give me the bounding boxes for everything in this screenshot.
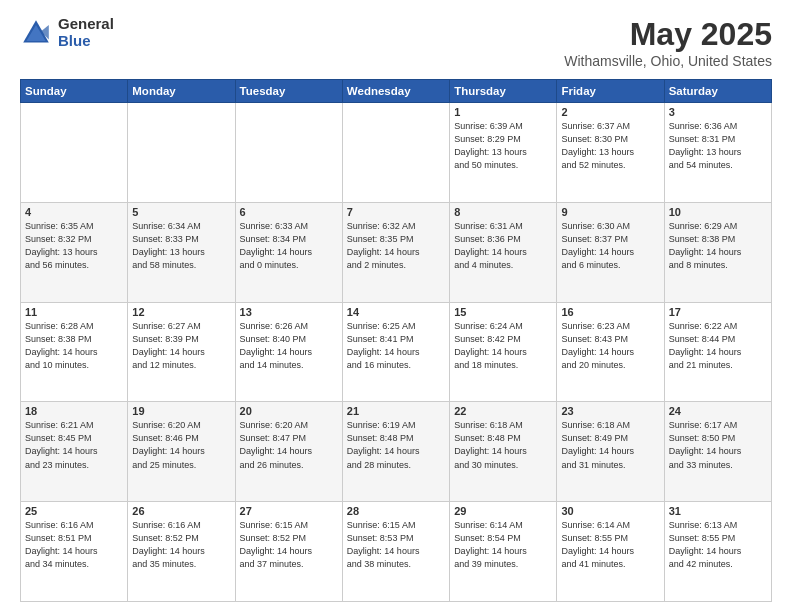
location: Withamsville, Ohio, United States [564, 53, 772, 69]
day-info: Sunrise: 6:33 AM Sunset: 8:34 PM Dayligh… [240, 220, 338, 272]
day-number: 13 [240, 306, 338, 318]
table-row: 30Sunrise: 6:14 AM Sunset: 8:55 PM Dayli… [557, 502, 664, 602]
day-number: 4 [25, 206, 123, 218]
calendar-header-row: Sunday Monday Tuesday Wednesday Thursday… [21, 80, 772, 103]
day-info: Sunrise: 6:25 AM Sunset: 8:41 PM Dayligh… [347, 320, 445, 372]
table-row [342, 103, 449, 203]
table-row: 6Sunrise: 6:33 AM Sunset: 8:34 PM Daylig… [235, 202, 342, 302]
day-info: Sunrise: 6:19 AM Sunset: 8:48 PM Dayligh… [347, 419, 445, 471]
table-row [235, 103, 342, 203]
day-number: 15 [454, 306, 552, 318]
table-row: 17Sunrise: 6:22 AM Sunset: 8:44 PM Dayli… [664, 302, 771, 402]
calendar-row-1: 1Sunrise: 6:39 AM Sunset: 8:29 PM Daylig… [21, 103, 772, 203]
calendar-table: Sunday Monday Tuesday Wednesday Thursday… [20, 79, 772, 602]
day-number: 6 [240, 206, 338, 218]
day-info: Sunrise: 6:13 AM Sunset: 8:55 PM Dayligh… [669, 519, 767, 571]
day-number: 3 [669, 106, 767, 118]
col-wednesday: Wednesday [342, 80, 449, 103]
day-number: 28 [347, 505, 445, 517]
day-info: Sunrise: 6:27 AM Sunset: 8:39 PM Dayligh… [132, 320, 230, 372]
day-info: Sunrise: 6:14 AM Sunset: 8:55 PM Dayligh… [561, 519, 659, 571]
table-row: 3Sunrise: 6:36 AM Sunset: 8:31 PM Daylig… [664, 103, 771, 203]
col-monday: Monday [128, 80, 235, 103]
table-row: 14Sunrise: 6:25 AM Sunset: 8:41 PM Dayli… [342, 302, 449, 402]
calendar-row-2: 4Sunrise: 6:35 AM Sunset: 8:32 PM Daylig… [21, 202, 772, 302]
day-number: 25 [25, 505, 123, 517]
day-info: Sunrise: 6:32 AM Sunset: 8:35 PM Dayligh… [347, 220, 445, 272]
day-info: Sunrise: 6:18 AM Sunset: 8:49 PM Dayligh… [561, 419, 659, 471]
table-row: 19Sunrise: 6:20 AM Sunset: 8:46 PM Dayli… [128, 402, 235, 502]
table-row: 31Sunrise: 6:13 AM Sunset: 8:55 PM Dayli… [664, 502, 771, 602]
day-number: 8 [454, 206, 552, 218]
day-number: 30 [561, 505, 659, 517]
table-row: 26Sunrise: 6:16 AM Sunset: 8:52 PM Dayli… [128, 502, 235, 602]
table-row: 5Sunrise: 6:34 AM Sunset: 8:33 PM Daylig… [128, 202, 235, 302]
day-number: 19 [132, 405, 230, 417]
col-thursday: Thursday [450, 80, 557, 103]
day-info: Sunrise: 6:26 AM Sunset: 8:40 PM Dayligh… [240, 320, 338, 372]
table-row: 16Sunrise: 6:23 AM Sunset: 8:43 PM Dayli… [557, 302, 664, 402]
day-info: Sunrise: 6:35 AM Sunset: 8:32 PM Dayligh… [25, 220, 123, 272]
table-row: 23Sunrise: 6:18 AM Sunset: 8:49 PM Dayli… [557, 402, 664, 502]
table-row: 8Sunrise: 6:31 AM Sunset: 8:36 PM Daylig… [450, 202, 557, 302]
table-row: 18Sunrise: 6:21 AM Sunset: 8:45 PM Dayli… [21, 402, 128, 502]
page: General Blue May 2025 Withamsville, Ohio… [0, 0, 792, 612]
col-saturday: Saturday [664, 80, 771, 103]
table-row: 29Sunrise: 6:14 AM Sunset: 8:54 PM Dayli… [450, 502, 557, 602]
table-row: 24Sunrise: 6:17 AM Sunset: 8:50 PM Dayli… [664, 402, 771, 502]
day-info: Sunrise: 6:15 AM Sunset: 8:52 PM Dayligh… [240, 519, 338, 571]
day-info: Sunrise: 6:16 AM Sunset: 8:52 PM Dayligh… [132, 519, 230, 571]
day-number: 29 [454, 505, 552, 517]
day-number: 11 [25, 306, 123, 318]
table-row: 27Sunrise: 6:15 AM Sunset: 8:52 PM Dayli… [235, 502, 342, 602]
table-row: 11Sunrise: 6:28 AM Sunset: 8:38 PM Dayli… [21, 302, 128, 402]
day-number: 18 [25, 405, 123, 417]
day-number: 16 [561, 306, 659, 318]
month-title: May 2025 [564, 16, 772, 53]
table-row: 13Sunrise: 6:26 AM Sunset: 8:40 PM Dayli… [235, 302, 342, 402]
table-row: 7Sunrise: 6:32 AM Sunset: 8:35 PM Daylig… [342, 202, 449, 302]
day-info: Sunrise: 6:18 AM Sunset: 8:48 PM Dayligh… [454, 419, 552, 471]
day-number: 22 [454, 405, 552, 417]
day-info: Sunrise: 6:36 AM Sunset: 8:31 PM Dayligh… [669, 120, 767, 172]
day-number: 31 [669, 505, 767, 517]
day-number: 27 [240, 505, 338, 517]
day-info: Sunrise: 6:29 AM Sunset: 8:38 PM Dayligh… [669, 220, 767, 272]
day-info: Sunrise: 6:24 AM Sunset: 8:42 PM Dayligh… [454, 320, 552, 372]
header: General Blue May 2025 Withamsville, Ohio… [20, 16, 772, 69]
day-number: 2 [561, 106, 659, 118]
table-row: 20Sunrise: 6:20 AM Sunset: 8:47 PM Dayli… [235, 402, 342, 502]
day-number: 12 [132, 306, 230, 318]
table-row: 28Sunrise: 6:15 AM Sunset: 8:53 PM Dayli… [342, 502, 449, 602]
table-row [21, 103, 128, 203]
day-info: Sunrise: 6:20 AM Sunset: 8:47 PM Dayligh… [240, 419, 338, 471]
day-number: 23 [561, 405, 659, 417]
col-sunday: Sunday [21, 80, 128, 103]
day-number: 21 [347, 405, 445, 417]
table-row: 25Sunrise: 6:16 AM Sunset: 8:51 PM Dayli… [21, 502, 128, 602]
day-info: Sunrise: 6:30 AM Sunset: 8:37 PM Dayligh… [561, 220, 659, 272]
day-info: Sunrise: 6:23 AM Sunset: 8:43 PM Dayligh… [561, 320, 659, 372]
logo-icon [20, 17, 52, 49]
day-info: Sunrise: 6:37 AM Sunset: 8:30 PM Dayligh… [561, 120, 659, 172]
day-info: Sunrise: 6:14 AM Sunset: 8:54 PM Dayligh… [454, 519, 552, 571]
day-info: Sunrise: 6:17 AM Sunset: 8:50 PM Dayligh… [669, 419, 767, 471]
day-number: 20 [240, 405, 338, 417]
table-row: 10Sunrise: 6:29 AM Sunset: 8:38 PM Dayli… [664, 202, 771, 302]
calendar-row-5: 25Sunrise: 6:16 AM Sunset: 8:51 PM Dayli… [21, 502, 772, 602]
logo-blue: Blue [58, 33, 114, 50]
table-row: 22Sunrise: 6:18 AM Sunset: 8:48 PM Dayli… [450, 402, 557, 502]
table-row [128, 103, 235, 203]
day-number: 9 [561, 206, 659, 218]
day-info: Sunrise: 6:28 AM Sunset: 8:38 PM Dayligh… [25, 320, 123, 372]
day-number: 5 [132, 206, 230, 218]
table-row: 21Sunrise: 6:19 AM Sunset: 8:48 PM Dayli… [342, 402, 449, 502]
calendar-row-4: 18Sunrise: 6:21 AM Sunset: 8:45 PM Dayli… [21, 402, 772, 502]
day-number: 14 [347, 306, 445, 318]
day-info: Sunrise: 6:16 AM Sunset: 8:51 PM Dayligh… [25, 519, 123, 571]
table-row: 1Sunrise: 6:39 AM Sunset: 8:29 PM Daylig… [450, 103, 557, 203]
table-row: 4Sunrise: 6:35 AM Sunset: 8:32 PM Daylig… [21, 202, 128, 302]
logo: General Blue [20, 16, 114, 49]
table-row: 9Sunrise: 6:30 AM Sunset: 8:37 PM Daylig… [557, 202, 664, 302]
day-info: Sunrise: 6:21 AM Sunset: 8:45 PM Dayligh… [25, 419, 123, 471]
